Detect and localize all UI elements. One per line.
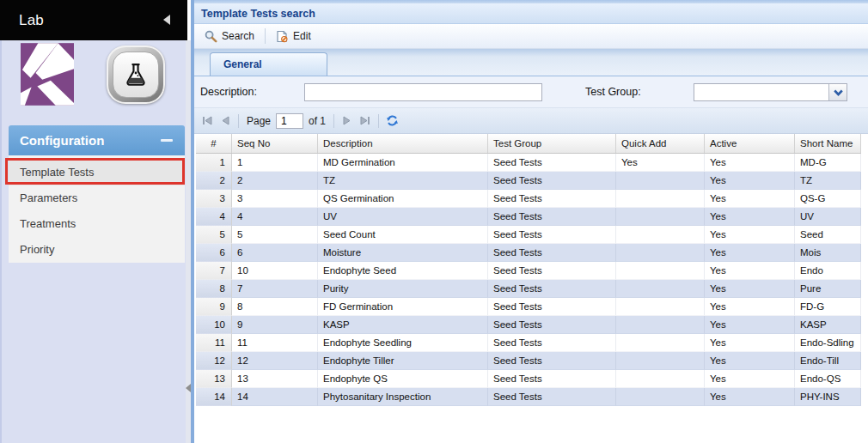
table-cell: TZ <box>318 172 488 190</box>
toolbar-separator <box>265 28 266 44</box>
table-cell: KASP <box>318 316 488 334</box>
table-row[interactable]: 11MD GerminationSeed TestsYesYesMD-G <box>196 154 861 172</box>
grid-header-row: #Seq NoDescriptionTest GroupQuick AddAct… <box>196 134 861 154</box>
configuration-panel: Configuration Template Tests Parameters … <box>9 125 185 263</box>
table-row[interactable]: 87PuritySeed TestsYesPure <box>196 280 861 298</box>
chevron-down-icon <box>834 89 843 96</box>
sidebar-item-treatments[interactable]: Treatments <box>9 211 185 237</box>
table-row[interactable]: 1212Endophyte TillerSeed TestsYesEndo-Ti… <box>196 352 861 370</box>
table-cell: 13 <box>232 370 318 388</box>
table-cell: Endophyte Tiller <box>318 352 488 370</box>
table-cell: Seed Tests <box>488 154 616 172</box>
table-row[interactable]: 55Seed CountSeed TestsYesSeed <box>196 226 861 244</box>
table-row[interactable]: 1313Endophyte QSSeed TestsYesEndo-QS <box>196 370 861 388</box>
tab-label: General <box>211 58 262 70</box>
column-header-test-group[interactable]: Test Group <box>488 134 616 153</box>
table-row[interactable]: 33QS GerminationSeed TestsYesQS-G <box>196 190 861 208</box>
first-page-icon[interactable] <box>199 113 215 129</box>
table-cell: Endo-Till <box>795 352 861 370</box>
next-page-icon[interactable] <box>339 113 355 129</box>
test-group-select[interactable] <box>694 83 847 101</box>
test-group-label: Test Group: <box>585 86 641 98</box>
sidebar-item-priority[interactable]: Priority <box>9 237 185 263</box>
table-cell: 12 <box>232 352 318 370</box>
column-header-description[interactable]: Description <box>318 134 488 153</box>
table-row[interactable]: 109KASPSeed TestsYesKASP <box>196 316 861 334</box>
row-number-cell: 5 <box>196 226 232 244</box>
table-cell: 1 <box>232 154 318 172</box>
collapse-section-icon[interactable] <box>161 139 173 142</box>
table-cell: Endo <box>795 262 861 280</box>
table-cell: Seed Tests <box>488 208 616 226</box>
table-cell: 2 <box>232 172 318 190</box>
combo-trigger-button[interactable] <box>828 84 847 100</box>
description-input[interactable] <box>304 83 542 101</box>
table-cell: MD-G <box>795 154 861 172</box>
table-cell: Yes <box>705 280 795 298</box>
table-cell: Seed Tests <box>488 370 616 388</box>
column-header--[interactable]: # <box>196 134 232 153</box>
page-number-input[interactable] <box>276 113 303 129</box>
sidebar-collapse-icon[interactable] <box>163 15 170 25</box>
sidebar-header: Lab <box>0 0 187 40</box>
table-cell: UV <box>318 208 488 226</box>
sidebar: Lab <box>0 0 186 443</box>
row-number-cell: 1 <box>196 154 232 172</box>
table-row[interactable]: 98FD GerminationSeed TestsYesFD-G <box>196 298 861 316</box>
sidebar-item-template-tests[interactable]: Template Tests <box>9 160 185 185</box>
paging-toolbar: Page of 1 <box>194 108 868 134</box>
prev-page-icon[interactable] <box>217 113 233 129</box>
table-row[interactable]: 710Endophyte SeedSeed TestsYesEndo <box>196 262 861 280</box>
table-cell: FD-G <box>795 298 861 316</box>
row-number-cell: 6 <box>196 244 232 262</box>
row-number-cell: 9 <box>196 298 232 316</box>
refresh-icon[interactable] <box>384 113 400 129</box>
edit-icon <box>276 30 289 43</box>
table-cell: Seed Tests <box>488 298 616 316</box>
page-title: Template Tests search <box>201 8 315 20</box>
table-cell: Yes <box>705 244 795 262</box>
table-cell: Yes <box>705 172 795 190</box>
table-row[interactable]: 44UVSeed TestsYesUV <box>196 208 861 226</box>
column-header-seq-no[interactable]: Seq No <box>232 134 318 153</box>
table-row[interactable]: 66MoistureSeed TestsYesMois <box>196 244 861 262</box>
table-cell <box>616 226 705 244</box>
table-cell <box>616 370 705 388</box>
table-row[interactable]: 1111Endophyte SeedlingSeed TestsYesEndo-… <box>196 334 861 352</box>
table-cell: MD Germination <box>318 154 488 172</box>
search-button[interactable]: Search <box>198 27 261 46</box>
table-cell: Seed Tests <box>488 352 616 370</box>
last-page-icon[interactable] <box>358 113 373 129</box>
description-label: Description: <box>200 86 257 98</box>
table-cell <box>616 190 705 208</box>
filter-form: Description: Test Group: <box>194 76 868 108</box>
table-cell: FD Germination <box>318 298 488 316</box>
row-number-cell: 7 <box>196 262 232 280</box>
column-header-quick-add[interactable]: Quick Add <box>616 134 705 153</box>
table-cell: QS Germination <box>318 190 488 208</box>
table-row[interactable]: 22TZSeed TestsYesTZ <box>196 172 861 190</box>
column-header-active[interactable]: Active <box>705 134 795 153</box>
table-cell <box>616 280 705 298</box>
app-title: Lab <box>0 12 44 29</box>
edit-button[interactable]: Edit <box>269 27 318 46</box>
tab-bar: General <box>194 49 868 76</box>
section-header-configuration[interactable]: Configuration <box>9 125 185 155</box>
app-window: Lab <box>0 0 868 443</box>
table-cell: Endophyte Seed <box>318 262 488 280</box>
pager-separator <box>378 114 379 128</box>
table-cell <box>616 208 705 226</box>
table-cell: Mois <box>795 244 861 262</box>
lab-flask-icon <box>113 52 159 98</box>
table-cell <box>616 316 705 334</box>
tab-general[interactable]: General <box>210 52 327 76</box>
table-cell: Seed <box>795 226 861 244</box>
table-cell: 14 <box>232 388 318 406</box>
table-cell: Yes <box>705 298 795 316</box>
table-row[interactable]: 1414Phytosanitary InspectionSeed TestsYe… <box>196 388 861 406</box>
sidebar-item-parameters[interactable]: Parameters <box>9 185 185 211</box>
column-header-short-name[interactable]: Short Name <box>795 134 861 153</box>
table-cell: 6 <box>232 244 318 262</box>
search-button-label: Search <box>222 30 254 42</box>
row-number-cell: 14 <box>196 388 232 406</box>
